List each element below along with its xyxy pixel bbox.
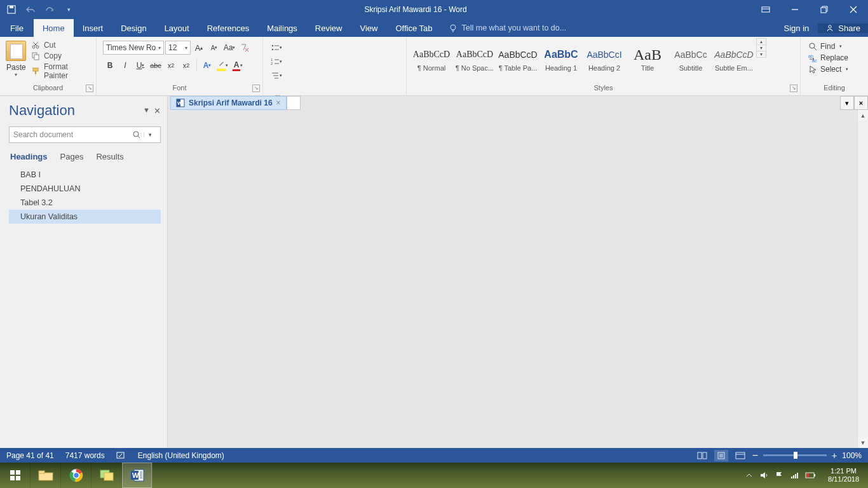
bold-button[interactable]: B: [103, 58, 117, 72]
tray-battery-icon[interactable]: [805, 471, 817, 479]
nav-tab-results[interactable]: Results: [96, 152, 123, 161]
italic-button[interactable]: I: [118, 58, 132, 72]
spellcheck-icon[interactable]: [116, 451, 126, 460]
cut-button[interactable]: Cut: [31, 41, 90, 50]
document-tab[interactable]: W Skripsi Arif Mawardi 16 ×: [170, 96, 287, 110]
tell-me-input[interactable]: Tell me what you want to do...: [441, 19, 574, 37]
strikethrough-button[interactable]: abc: [149, 58, 163, 72]
undo-icon[interactable]: [25, 4, 36, 15]
copy-button[interactable]: Copy: [31, 51, 90, 60]
doc-tabs-close-icon[interactable]: ×: [854, 96, 868, 110]
tab-layout[interactable]: Layout: [156, 19, 198, 37]
select-button[interactable]: Select▾: [808, 65, 848, 74]
font-dialog-launcher[interactable]: ↘: [252, 85, 260, 92]
style-title[interactable]: AaBTitle: [627, 38, 668, 79]
status-page[interactable]: Page 41 of 41: [6, 451, 54, 460]
tab-officetab[interactable]: Office Tab: [386, 19, 441, 37]
style-no-spacing[interactable]: AaBbCcD¶ No Spac...: [454, 38, 496, 79]
status-language[interactable]: English (United Kingdom): [138, 451, 224, 460]
web-layout-icon[interactable]: [733, 450, 747, 461]
tab-design[interactable]: Design: [112, 19, 155, 37]
tray-clock[interactable]: 1:21 PM 8/11/2018: [823, 467, 864, 484]
zoom-out-button[interactable]: −: [752, 450, 758, 461]
nav-heading-item[interactable]: Ukuran Validitas: [9, 210, 161, 224]
tab-references[interactable]: References: [198, 19, 258, 37]
redo-icon[interactable]: [44, 4, 55, 15]
find-button[interactable]: Find▾: [808, 42, 848, 51]
zoom-slider[interactable]: [763, 454, 827, 456]
nav-close-icon[interactable]: ✕: [154, 106, 161, 116]
tray-volume-icon[interactable]: [759, 471, 768, 480]
close-button[interactable]: [839, 0, 868, 19]
underline-button[interactable]: U▾: [133, 58, 147, 72]
change-case-button[interactable]: Aa▾: [222, 41, 236, 55]
nav-heading-item[interactable]: Tabel 3.2: [9, 196, 161, 210]
tab-file[interactable]: File: [0, 19, 34, 37]
nav-heading-item[interactable]: PENDAHULUAN: [9, 182, 161, 196]
style-heading-1[interactable]: AaBbCHeading 1: [540, 38, 582, 79]
nav-tab-pages[interactable]: Pages: [60, 152, 84, 161]
task-explorer[interactable]: [31, 463, 61, 488]
style-heading-2[interactable]: AaBbCcIHeading 2: [583, 38, 625, 79]
doc-tabs-menu-icon[interactable]: ▾: [840, 96, 854, 110]
print-layout-icon[interactable]: [714, 450, 728, 461]
format-painter-button[interactable]: Format Painter: [31, 62, 90, 80]
replace-button[interactable]: abacReplace: [808, 53, 848, 62]
grow-font-button[interactable]: A▴: [192, 41, 206, 55]
style-subtle-emphasis[interactable]: AaBbCcDSubtle Em...: [713, 38, 755, 79]
font-size-combo[interactable]: 12▾: [165, 41, 191, 55]
read-mode-icon[interactable]: [695, 450, 709, 461]
clear-formatting-button[interactable]: [238, 41, 252, 55]
shrink-font-button[interactable]: A▾: [207, 41, 221, 55]
font-color-button[interactable]: A▾: [231, 58, 245, 72]
new-document-tab[interactable]: [287, 96, 301, 110]
tray-up-icon[interactable]: [745, 471, 753, 479]
font-name-combo[interactable]: Times New Ro▾: [103, 41, 164, 55]
task-word[interactable]: W: [122, 463, 153, 488]
minimize-button[interactable]: [780, 0, 810, 19]
styles-gallery-more[interactable]: ▴▾▾: [756, 38, 766, 58]
status-words[interactable]: 7417 words: [65, 451, 105, 460]
qat-more-icon[interactable]: ▾: [64, 4, 74, 15]
navigation-title: Navigation: [9, 102, 75, 119]
tray-network-icon[interactable]: [790, 471, 799, 480]
scroll-up-icon[interactable]: ▲: [858, 110, 868, 121]
share-button[interactable]: Share: [818, 24, 868, 33]
nav-options-icon[interactable]: ▼: [143, 106, 150, 116]
document-tab-close-icon[interactable]: ×: [276, 98, 281, 107]
style-subtitle[interactable]: AaBbCcSubtitle: [670, 38, 712, 79]
style-normal[interactable]: AaBbCcD¶ Normal: [410, 38, 452, 79]
subscript-button[interactable]: x2: [164, 58, 178, 72]
vertical-scrollbar[interactable]: ▲ ▼: [857, 110, 868, 448]
nav-tab-headings[interactable]: Headings: [10, 152, 48, 161]
tab-insert[interactable]: Insert: [74, 19, 112, 37]
zoom-in-button[interactable]: +: [832, 451, 837, 461]
styles-dialog-launcher[interactable]: ↘: [790, 85, 797, 92]
text-effects-button[interactable]: A▾: [200, 58, 214, 72]
paste-button[interactable]: Paste ▾: [4, 39, 29, 78]
multilevel-list-button[interactable]: ▾: [269, 69, 283, 83]
zoom-level[interactable]: 100%: [842, 451, 862, 460]
sign-in-button[interactable]: Sign in: [775, 24, 818, 33]
nav-search-options-icon[interactable]: ▾: [144, 132, 156, 138]
start-button[interactable]: [0, 463, 31, 488]
tray-flag-icon[interactable]: [775, 471, 783, 480]
restore-button[interactable]: [810, 0, 839, 19]
clipboard-dialog-launcher[interactable]: ↘: [86, 85, 93, 92]
task-sticky-notes[interactable]: [92, 463, 122, 488]
nav-heading-item[interactable]: BAB I: [9, 168, 161, 182]
tab-review[interactable]: Review: [306, 19, 351, 37]
tab-view[interactable]: View: [351, 19, 386, 37]
tab-home[interactable]: Home: [34, 19, 74, 37]
nav-search-input[interactable]: Search document ▾: [9, 126, 161, 143]
task-chrome[interactable]: [61, 463, 92, 488]
tab-mailings[interactable]: Mailings: [258, 19, 306, 37]
style-table-paragraph[interactable]: AaBbCcD¶ Table Pa...: [497, 38, 539, 79]
numbering-button[interactable]: 12▾: [269, 55, 283, 69]
highlight-button[interactable]: ▾: [215, 58, 229, 72]
scroll-down-icon[interactable]: ▼: [858, 437, 868, 448]
ribbon-display-icon[interactable]: [751, 0, 780, 19]
superscript-button[interactable]: x2: [179, 58, 193, 72]
save-icon[interactable]: [6, 4, 17, 15]
bullets-button[interactable]: ▾: [269, 41, 283, 55]
